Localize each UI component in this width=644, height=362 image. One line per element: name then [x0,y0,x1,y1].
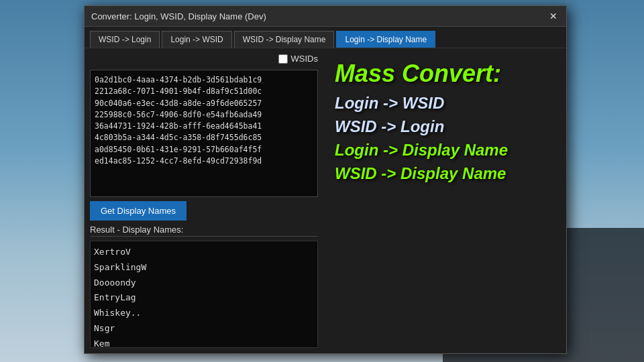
result-label: Result - Display Names: [90,225,318,237]
convert-line-0: Login -> WSID [335,93,508,113]
tab-wsid-display[interactable]: WSID -> Display Name [234,31,335,48]
left-panel: WSIDs Get Display Names Result - Display… [90,54,318,348]
wsid-checkbox[interactable] [278,54,288,64]
tab-login-wsid[interactable]: Login -> WSID [162,31,231,48]
mass-convert-lines: Login -> WSID WSID -> Login Login -> Dis… [335,93,508,184]
title-bar: Converter: Login, WSID, Display Name (De… [85,6,566,27]
dialog-title: Converter: Login, WSID, Display Name (De… [91,11,266,21]
right-panel: Mass Convert: Login -> WSID WSID -> Logi… [325,54,561,348]
tab-login-display[interactable]: Login -> Display Name [336,31,435,48]
close-button[interactable]: ✕ [547,10,559,22]
convert-line-3: WSID -> Display Name [335,163,508,184]
result-names-area[interactable] [90,241,318,348]
wsid-input[interactable] [90,70,318,197]
convert-line-2: Login -> Display Name [335,139,508,160]
convert-line-1: WSID -> Login [335,116,508,137]
wsid-header: WSIDs [90,54,318,64]
mass-convert-title: Mass Convert: [335,60,501,87]
content-area: WSIDs Get Display Names Result - Display… [85,48,566,353]
get-display-names-button[interactable]: Get Display Names [90,201,186,221]
dialog-window: Converter: Login, WSID, Display Name (De… [84,5,567,354]
tab-bar: WSID -> Login Login -> WSID WSID -> Disp… [85,27,566,48]
tab-wsid-login[interactable]: WSID -> Login [90,31,160,48]
wsid-checkbox-label: WSIDs [291,54,318,64]
